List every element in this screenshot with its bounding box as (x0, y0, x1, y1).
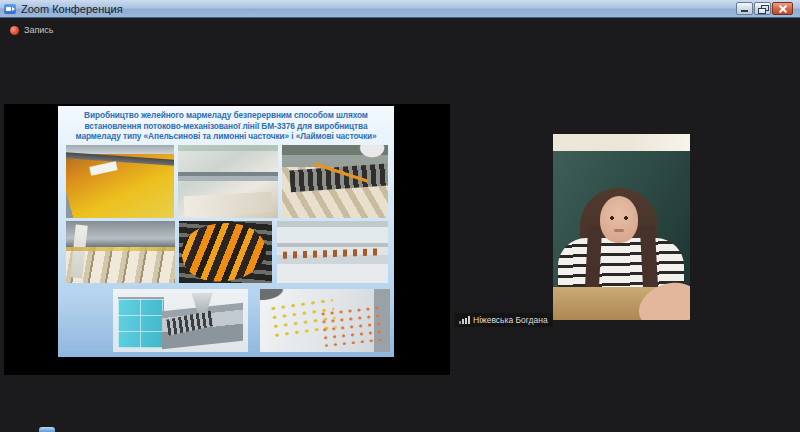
window-controls (735, 2, 793, 15)
slide-title-line: мармеладу типу «Апельсинові та лимонні ч… (64, 131, 388, 142)
presentation-slide: Виробництво желейного мармеладу безперер… (58, 106, 394, 357)
signal-bars-icon (459, 316, 470, 324)
slide-photo-slices-on-belt (260, 289, 390, 352)
window-title: Zoom Конференция (21, 3, 123, 15)
slide-title: Виробництво желейного мармеладу безперер… (64, 110, 388, 142)
slide-photo-cabinet-machine (113, 289, 248, 352)
minimize-button[interactable] (736, 2, 753, 15)
ceiling-strip (553, 134, 690, 151)
slide-photo-casting-tray (66, 145, 174, 218)
participant-face (600, 196, 638, 243)
slide-title-line: встановлення потоково-механізованої ліні… (64, 121, 388, 132)
slide-title-line: Виробництво желейного мармеладу безперер… (64, 110, 388, 121)
recording-dot-icon (10, 26, 19, 35)
window-titlebar: Zoom Конференция (0, 0, 800, 18)
screen-share-area: Виробництво желейного мармеладу безперер… (4, 104, 450, 375)
slide-photo-striped-drum (179, 221, 272, 283)
slide-photo-roller-conveyor (66, 221, 175, 283)
participant-name: Ніжевська Богдана (473, 315, 548, 325)
slide-photo-forming-conveyor (178, 145, 278, 218)
slide-photo-pieces-line (277, 221, 388, 283)
taskbar-app-icon-peek[interactable] (39, 427, 55, 432)
close-button[interactable] (772, 2, 793, 15)
photo-detail (318, 303, 384, 346)
photo-detail (166, 311, 213, 337)
zoom-app-icon (4, 4, 16, 14)
participant-name-label: Ніжевська Богдана (455, 313, 553, 327)
restore-button[interactable] (754, 2, 771, 15)
recording-label: Запись (24, 25, 54, 35)
recording-indicator: Запись (10, 25, 54, 35)
participant-video-tile[interactable] (553, 134, 690, 320)
slide-photo-cutting-machine (282, 145, 388, 218)
